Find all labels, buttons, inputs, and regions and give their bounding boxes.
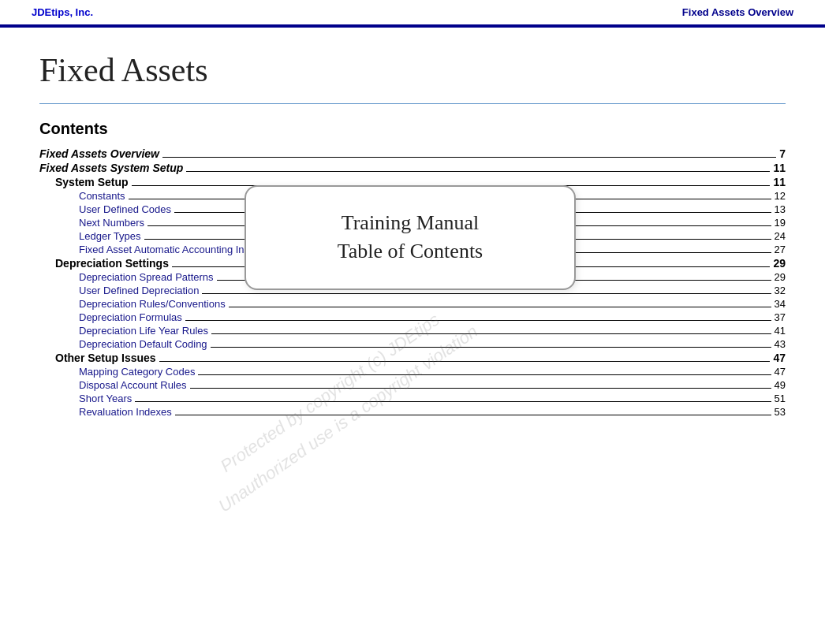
toc-dots [135,401,771,402]
toc-page: 47 [773,352,786,364]
toc-dots [211,347,771,348]
toc-label: Depreciation Default Coding [79,338,207,350]
header-title: Fixed Assets Overview [682,6,793,18]
toc-row: Short Years51 [39,393,786,404]
toc-page: 53 [775,406,786,418]
toc-page: 19 [775,217,786,229]
toc-label: Depreciation Formulas [79,311,182,323]
page-title: Fixed Assets [39,51,786,89]
toc-label: Constants [79,190,125,202]
toc-label: Depreciation Spread Patterns [79,271,214,283]
toc-label: Depreciation Life Year Rules [79,325,208,337]
toc-label: Disposal Account Rules [79,379,187,391]
toc-dots [229,307,771,307]
toc-row: Depreciation Formulas37 [39,311,786,323]
contents-heading: Contents [39,120,786,138]
toc-page: 41 [775,325,786,337]
toc-dots [190,388,771,389]
toc-dots [202,293,771,294]
toc-label: Revaluation Indexes [79,406,172,418]
toc-page: 24 [775,230,786,242]
training-box-text: Training Manual Table of Contents [270,209,551,266]
toc-label: Next Numbers [79,217,144,229]
toc-label: User Defined Depreciation [79,285,199,296]
toc-page: 37 [775,311,786,323]
toc-row: Fixed Assets Overview7 [39,147,786,160]
toc-dots [198,374,771,375]
toc-label: Ledger Types [79,230,141,242]
toc-label: User Defined Codes [79,203,171,215]
toc-dots [175,415,771,415]
main-content: Fixed Assets Contents Fixed Assets Overv… [0,28,825,435]
toc-row: Mapping Category Codes47 [39,366,786,378]
toc-label: Depreciation Rules/Conventions [79,298,226,310]
toc-label: Depreciation Settings [55,257,169,270]
toc-page: 49 [775,379,786,391]
toc-dots [186,171,770,172]
toc-row: Disposal Account Rules49 [39,379,786,391]
toc-label: Short Years [79,393,132,404]
toc-page: 11 [773,162,786,174]
toc-row: Revaluation Indexes53 [39,406,786,418]
header-company: JDEtips, Inc. [32,6,93,18]
toc-page: 11 [773,176,786,188]
toc-page: 43 [775,338,786,350]
toc-dots [162,157,776,158]
toc-page: 29 [775,271,786,283]
training-manual-box: Training Manual Table of Contents [245,185,576,290]
toc-dots [211,333,771,334]
toc-label: Fixed Assets Overview [39,147,159,160]
toc-dots [185,320,771,321]
toc-row: Depreciation Life Year Rules41 [39,325,786,337]
toc-label: System Setup [55,176,129,188]
toc-page: 29 [773,257,786,270]
toc-page: 13 [775,203,786,215]
toc-page: 51 [775,393,786,404]
toc-label: Fixed Assets System Setup [39,162,183,174]
toc-page: 32 [775,285,786,296]
title-divider [39,103,786,104]
toc-page: 34 [775,298,786,310]
page-header: JDEtips, Inc. Fixed Assets Overview [0,0,825,28]
toc-page: 7 [779,147,786,160]
toc-row: Depreciation Rules/Conventions34 [39,298,786,310]
toc-row: Fixed Assets System Setup11 [39,162,786,174]
toc-row: Depreciation Default Coding43 [39,338,786,350]
toc-dots [159,361,771,362]
toc-page: 47 [775,366,786,378]
toc-row: Other Setup Issues47 [39,352,786,364]
toc-label: Other Setup Issues [55,352,156,364]
toc-page: 27 [775,244,786,255]
toc-page: 12 [775,190,786,202]
toc-label: Mapping Category Codes [79,366,195,378]
